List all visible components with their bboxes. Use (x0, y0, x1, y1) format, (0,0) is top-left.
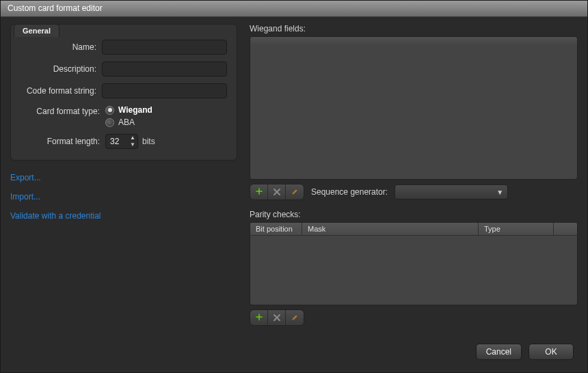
format-length-value: 32 (106, 137, 128, 146)
wiegand-fields-label: Wiegand fields: (250, 24, 578, 33)
col-type[interactable]: Type (479, 223, 554, 235)
col-bit-position[interactable]: Bit position (250, 223, 302, 235)
plus-icon (254, 187, 264, 197)
card-type-label: Card format type: (21, 105, 100, 116)
dialog-button-bar: Cancel OK (10, 341, 578, 365)
col-mask[interactable]: Mask (302, 223, 479, 235)
radio-aba-label: ABA (118, 118, 135, 127)
spinner-down-icon[interactable]: ▼ (128, 141, 137, 148)
format-length-spinner[interactable]: 32 ▲ ▼ (105, 134, 138, 149)
general-tab: General (14, 24, 59, 37)
code-format-input[interactable] (102, 83, 227, 98)
name-label: Name: (21, 42, 96, 52)
parity-header-row: Bit position Mask Type (250, 223, 577, 236)
description-label: Description: (21, 64, 96, 74)
parity-delete-button[interactable] (268, 310, 286, 325)
wiegand-fields-list[interactable] (250, 36, 578, 180)
parity-edit-button[interactable] (286, 310, 304, 325)
code-format-label: Code format string: (21, 86, 96, 96)
format-length-label: Format length: (21, 137, 100, 146)
radio-wiegand-label: Wiegand (118, 105, 152, 115)
format-length-units: bits (142, 137, 155, 146)
radio-wiegand[interactable]: Wiegand (105, 105, 152, 115)
parity-checks-label: Parity checks: (250, 210, 578, 219)
x-icon (273, 314, 281, 322)
chevron-down-icon: ▼ (496, 189, 503, 196)
sequence-generator-label: Sequence generator: (311, 187, 388, 197)
sequence-generator-combo[interactable]: ▼ (395, 184, 508, 199)
window-title: Custom card format editor (8, 3, 103, 13)
wiegand-edit-button[interactable] (286, 184, 304, 199)
radio-dot-icon (105, 118, 114, 127)
wiegand-delete-button[interactable] (268, 184, 286, 199)
name-input[interactable] (102, 40, 227, 55)
col-spacer (554, 223, 577, 235)
dialog-window: Custom card format editor General Name: … (0, 0, 588, 373)
parity-checks-table[interactable]: Bit position Mask Type (250, 222, 578, 305)
wiegand-add-button[interactable] (250, 184, 268, 199)
export-link[interactable]: Export... (10, 173, 237, 182)
pencil-icon (291, 188, 299, 196)
validate-link[interactable]: Validate with a credential (10, 211, 237, 221)
x-icon (273, 188, 281, 196)
plus-icon (254, 313, 264, 322)
cancel-button[interactable]: Cancel (476, 344, 522, 360)
pencil-icon (291, 314, 299, 322)
spinner-up-icon[interactable]: ▲ (128, 135, 137, 141)
radio-aba[interactable]: ABA (105, 118, 152, 127)
parity-toolbar (250, 309, 304, 326)
radio-dot-icon (105, 106, 114, 115)
general-panel: General Name: Description: Code format s… (10, 24, 237, 161)
parity-add-button[interactable] (250, 310, 268, 325)
ok-button[interactable]: OK (529, 344, 574, 360)
card-type-radio-group: Wiegand ABA (105, 105, 152, 127)
titlebar: Custom card format editor (1, 1, 587, 17)
wiegand-toolbar (250, 184, 304, 200)
description-input[interactable] (102, 61, 227, 77)
import-link[interactable]: Import... (10, 192, 237, 202)
